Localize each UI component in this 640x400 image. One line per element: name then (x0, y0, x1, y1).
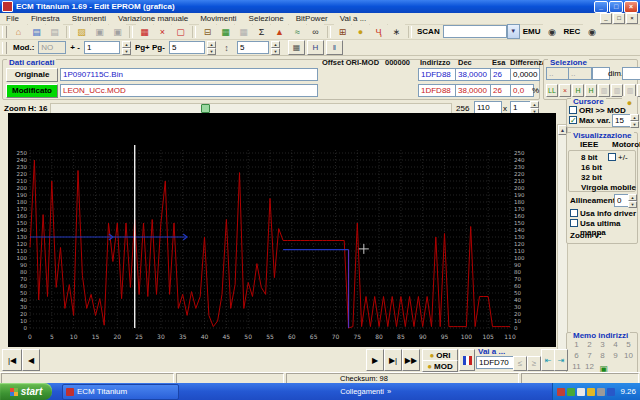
dim-field[interactable] (622, 67, 640, 80)
menu-movimenti[interactable]: Movimenti (194, 14, 242, 23)
find-icon[interactable]: ∞ (307, 24, 324, 39)
menu-bitpower[interactable]: BitPower (290, 14, 334, 23)
menu-strumenti[interactable]: Strumenti (66, 14, 112, 23)
usa-ultima-checkbox[interactable] (570, 219, 578, 227)
originale-button[interactable]: Originale (6, 68, 58, 82)
minimize-icon[interactable]: _ (594, 1, 608, 13)
edit-map-icon[interactable]: ▦ (136, 24, 153, 39)
tray-icon-6[interactable] (607, 388, 615, 396)
maximize-icon[interactable]: □ (609, 1, 623, 13)
menu-variazione-manuale[interactable]: Variazione manuale (112, 14, 194, 23)
delete-map-icon[interactable]: × (154, 24, 171, 39)
emu-gear-icon[interactable]: ◉ (543, 24, 560, 39)
selezione-from-field[interactable]: .. (546, 67, 570, 80)
scan-value[interactable] (443, 25, 507, 38)
toolbar-grip[interactable] (2, 26, 7, 38)
nav-prev-button[interactable]: ◀ (22, 349, 40, 371)
paste-icon[interactable]: ▤ (46, 24, 63, 39)
vai-a-field[interactable]: 1DFD70 (476, 356, 514, 369)
modificato-file-field[interactable]: LEON_UCc.MOD (60, 84, 318, 97)
view-3d-icon[interactable]: ‖ (326, 40, 343, 55)
sel-all-icon[interactable]: H (585, 84, 597, 97)
goto-next-button[interactable]: ≥ (527, 356, 541, 371)
memo-slot-9[interactable]: 9 (609, 351, 622, 362)
gear-icon[interactable]: ∗ (388, 24, 405, 39)
save-icon[interactable]: ▣ (91, 24, 108, 39)
usa-info-checkbox[interactable] (570, 209, 578, 217)
title-bar[interactable]: ECM Titanium 1.69 - Edit EPROM (grafica)… (0, 0, 640, 13)
nav-first-button[interactable]: |◀ (2, 349, 22, 371)
run-icon[interactable]: Ҷ (370, 24, 387, 39)
menu-file[interactable]: File (0, 14, 25, 23)
jump-left-button[interactable]: ⇤ (541, 349, 555, 371)
memo-slot-2[interactable]: 2 (583, 340, 596, 351)
modificato-button[interactable]: Modificato (6, 84, 58, 98)
memo-slot-10[interactable]: 10 (622, 351, 635, 362)
sel-end-icon[interactable]: H (572, 84, 584, 97)
table-off-icon[interactable]: ▦ (235, 24, 252, 39)
nav-next-button[interactable]: ▶ (366, 349, 384, 371)
rec-gear-icon[interactable]: ◉ (583, 24, 600, 39)
print-icon[interactable]: ⊟ (199, 24, 216, 39)
open-folder-icon[interactable]: ▨ (73, 24, 90, 39)
lock-icon[interactable]: ● (352, 24, 369, 39)
chevron-down-icon[interactable]: ▼ (507, 24, 520, 39)
chart-icon[interactable]: ▲ (271, 24, 288, 39)
mod-button[interactable]: ●MOD (422, 360, 458, 372)
table-icon[interactable]: ▦ (217, 24, 234, 39)
pg-stepper[interactable]: ▲▼ (207, 41, 216, 54)
step-stepper[interactable]: ▲▼ (271, 41, 280, 54)
plusminus-field[interactable]: 1 (84, 41, 120, 54)
start-button[interactable]: start (0, 383, 52, 400)
sigma-icon[interactable]: Σ (253, 24, 270, 39)
ori-mod-checkbox[interactable] (569, 106, 577, 114)
memo-slot-6[interactable]: 6 (570, 351, 583, 362)
menu-finestra[interactable]: Finestra (25, 14, 66, 23)
tray-icon-2[interactable] (567, 388, 575, 396)
window-map-icon[interactable]: ▢ (172, 24, 189, 39)
nav-last-button[interactable]: ▶| (384, 349, 402, 371)
sel-start-icon[interactable]: LL (546, 84, 558, 97)
memo-slot-1[interactable]: 1 (570, 340, 583, 351)
max-var-field[interactable]: 15 (612, 114, 632, 127)
memo-slot-4[interactable]: 4 (609, 340, 622, 351)
taskbar-task-ecm[interactable]: ECM Titanium (62, 384, 179, 400)
hex-view-icon[interactable]: ▦ (288, 40, 305, 55)
toolbar2-grip[interactable] (2, 42, 7, 54)
tray-icon-1[interactable] (557, 388, 565, 396)
view-2d-icon[interactable]: Н (307, 40, 324, 55)
zoomh-slider-thumb[interactable] (201, 104, 210, 113)
max-var-stepper[interactable]: ▲▼ (630, 114, 639, 127)
collegamenti-toolbar[interactable]: Collegamenti» (340, 387, 391, 396)
memo-slot-7[interactable]: 7 (583, 351, 596, 362)
export-window-icon[interactable]: ⊞ (334, 24, 351, 39)
step-icon[interactable]: ↕ (218, 40, 235, 55)
curve-icon[interactable]: ≈ (289, 24, 306, 39)
copy-icon[interactable]: ▤ (28, 24, 45, 39)
mdi-restore-icon[interactable]: □ (613, 13, 625, 24)
plusminus-stepper[interactable]: ▲▼ (122, 41, 131, 54)
mdi-close-icon[interactable]: × (626, 13, 638, 24)
pm-checkbox[interactable] (608, 153, 616, 161)
jump-right-button[interactable]: ⇥ (554, 349, 568, 371)
tray-icon-5[interactable] (597, 388, 605, 396)
nav-page-button[interactable]: ▶▶ (402, 349, 420, 371)
menu-selezione[interactable]: Selezione (243, 14, 290, 23)
home-icon[interactable]: ⌂ (10, 24, 27, 39)
memo-slot-8[interactable]: 8 (596, 351, 609, 362)
max-var-checkbox[interactable]: ✓ (569, 116, 577, 124)
mdi-minimize-icon[interactable]: _ (600, 13, 612, 24)
allineamento-stepper[interactable]: ▲▼ (628, 194, 637, 207)
tray-icon-4[interactable] (587, 388, 595, 396)
scan-dropdown[interactable]: ▼ (443, 24, 520, 39)
flag-icon[interactable] (459, 349, 475, 371)
close-icon[interactable]: × (624, 1, 638, 13)
originale-file-field[interactable]: 1P0907115C.Bin (60, 68, 318, 81)
selezione-to-field[interactable]: .. (568, 67, 592, 80)
menu-vai-a-[interactable]: Vai a ... (334, 14, 373, 23)
tray-icon-3[interactable] (577, 388, 585, 396)
memo-slot-3[interactable]: 3 (596, 340, 609, 351)
pg-field[interactable]: 5 (169, 41, 205, 54)
save-all-icon[interactable]: ▣ (109, 24, 126, 39)
memo-slot-5[interactable]: 5 (622, 340, 635, 351)
